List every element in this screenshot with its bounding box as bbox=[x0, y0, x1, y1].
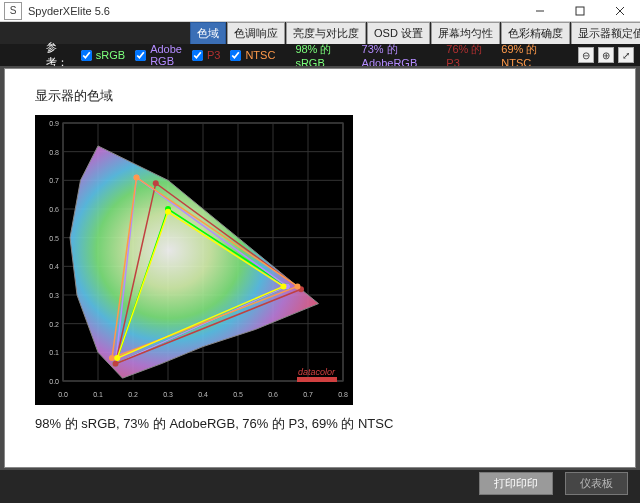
minimize-button[interactable] bbox=[520, 0, 560, 22]
close-button[interactable] bbox=[600, 0, 640, 22]
zoom-out-button[interactable]: ⊖ bbox=[578, 47, 594, 63]
svg-text:0.5: 0.5 bbox=[233, 391, 243, 398]
checkbox-adobergb[interactable] bbox=[135, 50, 146, 61]
ref-label-srgb: sRGB bbox=[96, 49, 125, 61]
svg-text:0.8: 0.8 bbox=[338, 391, 348, 398]
svg-text:0.0: 0.0 bbox=[49, 378, 59, 385]
svg-text:0.7: 0.7 bbox=[303, 391, 313, 398]
print-button[interactable]: 打印印印 bbox=[479, 472, 553, 495]
report-panel[interactable]: 显示器的色域 0.00.10.20.30.40.50.60.70.80.00.1… bbox=[4, 68, 636, 468]
svg-text:0.8: 0.8 bbox=[49, 149, 59, 156]
svg-text:0.2: 0.2 bbox=[128, 391, 138, 398]
brand-label: datacolor bbox=[298, 367, 336, 377]
zoom-out-icon: ⊖ bbox=[582, 50, 590, 61]
window-title: SpyderXElite 5.6 bbox=[28, 5, 110, 17]
svg-text:0.2: 0.2 bbox=[49, 321, 59, 328]
svg-text:0.5: 0.5 bbox=[49, 235, 59, 242]
svg-text:0.4: 0.4 bbox=[198, 391, 208, 398]
zoom-in-icon: ⊕ bbox=[602, 50, 610, 61]
svg-point-56 bbox=[281, 283, 287, 289]
ref-check-adobergb[interactable]: Adobe RGB bbox=[135, 43, 182, 67]
zoom-fit-button[interactable]: ⤢ bbox=[618, 47, 634, 63]
zoom-fit-icon: ⤢ bbox=[622, 50, 630, 61]
measurement-1: 73% 的 AdobeRGB bbox=[362, 42, 429, 69]
dashboard-button[interactable]: 仪表板 bbox=[565, 472, 628, 495]
footer: 打印印印 仪表板 bbox=[0, 470, 640, 503]
svg-rect-59 bbox=[297, 377, 337, 382]
ref-check-ntsc[interactable]: NTSC bbox=[230, 43, 275, 67]
svg-text:0.9: 0.9 bbox=[49, 120, 59, 127]
measurement-0: 98% 的 sRGB bbox=[295, 42, 343, 69]
ref-label-p3: P3 bbox=[207, 49, 220, 61]
reference-bar: 参考： sRGBAdobe RGBP3NTSC 98% 的 sRGB73% 的 … bbox=[0, 44, 640, 66]
checkbox-srgb[interactable] bbox=[81, 50, 92, 61]
maximize-icon bbox=[575, 6, 585, 16]
maximize-button[interactable] bbox=[560, 0, 600, 22]
svg-text:0.6: 0.6 bbox=[49, 206, 59, 213]
app-icon: S bbox=[4, 2, 22, 20]
svg-point-54 bbox=[134, 174, 140, 180]
svg-rect-1 bbox=[576, 7, 584, 15]
svg-point-55 bbox=[109, 355, 115, 361]
ref-check-p3[interactable]: P3 bbox=[192, 43, 220, 67]
svg-text:0.1: 0.1 bbox=[49, 349, 59, 356]
tab-0[interactable]: 色域 bbox=[190, 22, 226, 44]
close-icon bbox=[615, 6, 625, 16]
svg-text:0.1: 0.1 bbox=[93, 391, 103, 398]
checkbox-ntsc[interactable] bbox=[230, 50, 241, 61]
svg-point-57 bbox=[165, 209, 171, 215]
checkbox-p3[interactable] bbox=[192, 50, 203, 61]
svg-point-58 bbox=[114, 355, 120, 361]
svg-point-51 bbox=[153, 180, 159, 186]
svg-text:0.0: 0.0 bbox=[58, 391, 68, 398]
measurement-2: 76% 的 P3 bbox=[446, 42, 483, 69]
svg-point-53 bbox=[295, 283, 301, 289]
gamut-chart: 0.00.10.20.30.40.50.60.70.80.00.10.20.30… bbox=[35, 115, 353, 405]
minimize-icon bbox=[535, 6, 545, 16]
svg-text:0.7: 0.7 bbox=[49, 177, 59, 184]
zoom-in-button[interactable]: ⊕ bbox=[598, 47, 614, 63]
tab-1[interactable]: 色调响应 bbox=[227, 22, 285, 44]
panel-title: 显示器的色域 bbox=[35, 87, 625, 105]
svg-text:0.6: 0.6 bbox=[268, 391, 278, 398]
summary-text: 98% 的 sRGB, 73% 的 AdobeRGB, 76% 的 P3, 69… bbox=[35, 415, 625, 433]
svg-text:0.4: 0.4 bbox=[49, 263, 59, 270]
ref-label-adobergb: Adobe RGB bbox=[150, 43, 182, 67]
svg-text:0.3: 0.3 bbox=[163, 391, 173, 398]
titlebar: S SpyderXElite 5.6 bbox=[0, 0, 640, 22]
tab-6[interactable]: 显示器额定值 bbox=[571, 22, 640, 44]
svg-text:0.3: 0.3 bbox=[49, 292, 59, 299]
ref-label-ntsc: NTSC bbox=[245, 49, 275, 61]
ref-check-srgb[interactable]: sRGB bbox=[81, 43, 125, 67]
content-area: 显示器的色域 0.00.10.20.30.40.50.60.70.80.00.1… bbox=[0, 66, 640, 470]
measurement-3: 69% 的 NTSC bbox=[501, 42, 550, 69]
svg-point-52 bbox=[113, 361, 119, 367]
